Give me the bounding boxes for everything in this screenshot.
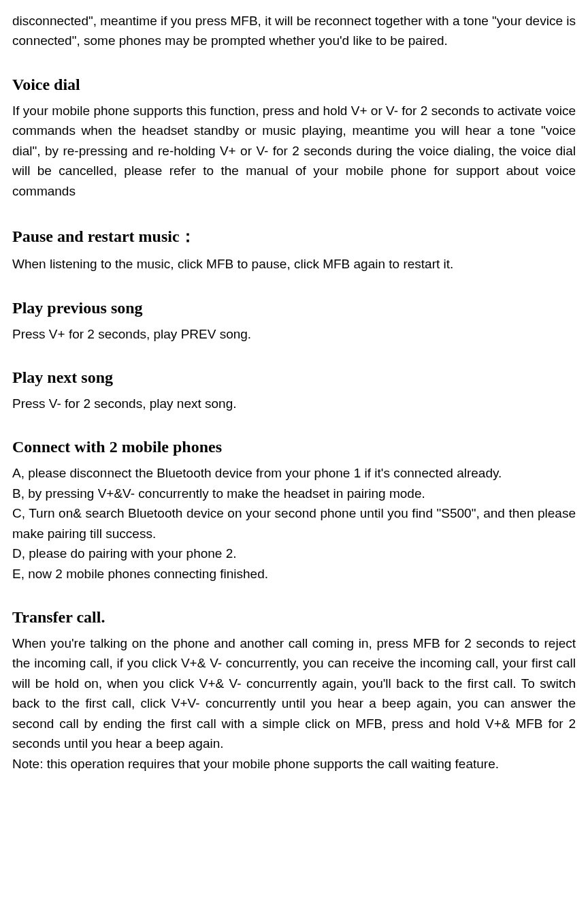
heading-connect-two: Connect with 2 mobile phones [12,438,576,456]
connect-two-item: C, Turn on& search Bluetooth device on y… [12,503,576,543]
intro-paragraph: disconnected", meantime if you press MFB… [12,11,576,51]
connect-two-item: B, by pressing V+&V- concurrently to mak… [12,484,576,503]
connect-two-item: D, please do pairing with your phone 2. [12,543,576,563]
connect-two-item: E, now 2 mobile phones connecting finish… [12,564,576,584]
heading-next-song: Play next song [12,368,576,387]
heading-prev-song: Play previous song [12,299,576,317]
body-prev-song: Press V+ for 2 seconds, play PREV song. [12,324,576,344]
note-transfer-call: Note: this operation requires that your … [12,754,576,774]
body-transfer-call: When you're talking on the phone and ano… [12,633,576,754]
body-voice-dial: If your mobile phone supports this funct… [12,101,576,201]
heading-transfer-call: Transfer call. [12,608,576,627]
body-pause-restart: When listening to the music, click MFB t… [12,254,576,274]
connect-two-item: A, please disconnect the Bluetooth devic… [12,463,576,483]
heading-pause-restart: Pause and restart music： [12,225,576,247]
body-next-song: Press V- for 2 seconds, play next song. [12,394,576,413]
heading-voice-dial: Voice dial [12,76,576,94]
